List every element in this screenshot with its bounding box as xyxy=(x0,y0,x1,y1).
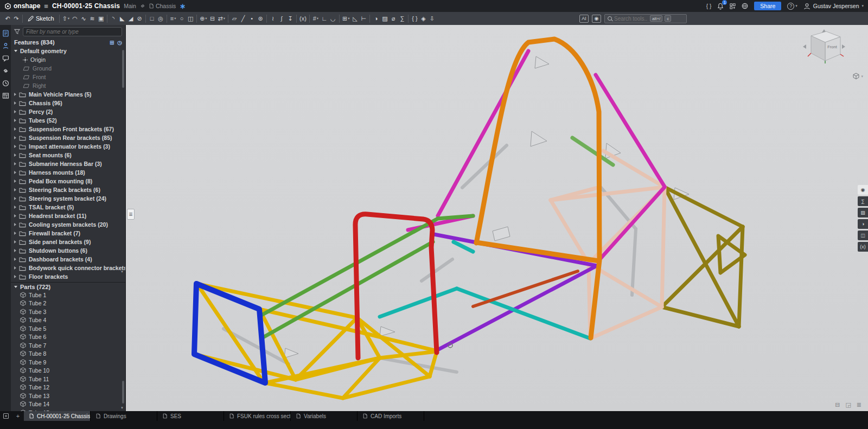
chevron-right-icon[interactable] xyxy=(14,206,16,209)
axis-icon[interactable]: ╱ xyxy=(239,13,247,24)
manage-tabs-icon[interactable] xyxy=(0,411,12,421)
gusset-icon[interactable]: ◺ xyxy=(350,13,359,24)
chevron-right-icon[interactable] xyxy=(14,249,16,252)
default-geometry-row[interactable]: Default geometry xyxy=(11,47,125,55)
comments-icon[interactable] xyxy=(2,55,9,62)
feature-folder-row[interactable]: Cooling system brackets (20) xyxy=(11,220,125,229)
scroll-down-icon[interactable]: ▼ xyxy=(120,406,124,409)
search-tools-box[interactable]: alt+/ c xyxy=(604,14,687,23)
material-icon[interactable]: ▨ xyxy=(380,13,389,24)
parts-scrollbar[interactable] xyxy=(122,381,124,404)
hoop-brace-tubes[interactable] xyxy=(408,51,665,261)
part-row[interactable]: Tube 2 xyxy=(11,299,125,308)
rear-diagonal-tube[interactable] xyxy=(473,271,578,306)
revolve-icon[interactable]: ◠ xyxy=(71,13,79,24)
feature-folder-row[interactable]: Floor brackets xyxy=(11,272,125,281)
user-menu[interactable]: Gustav Jespersen ▾ xyxy=(803,3,864,10)
variables-panel-icon[interactable]: (x) xyxy=(858,242,868,252)
doc-tab-variabels[interactable]: Variabels xyxy=(291,411,358,421)
doc-tab-cad-imports[interactable]: CAD Imports xyxy=(358,411,424,421)
document-outline-icon[interactable] xyxy=(2,30,9,37)
chevron-right-icon[interactable] xyxy=(14,223,16,226)
dev-api-icon[interactable]: { } xyxy=(706,3,711,9)
share-button[interactable]: Share xyxy=(754,2,781,10)
chevron-right-icon[interactable] xyxy=(14,162,16,165)
project-curve-icon[interactable]: ↧ xyxy=(286,13,295,24)
app-store-icon[interactable] xyxy=(730,3,736,9)
part-row[interactable]: Tube 7 xyxy=(11,341,125,350)
chevron-right-icon[interactable] xyxy=(14,266,16,270)
chevron-right-icon[interactable] xyxy=(14,188,16,191)
mass-properties-icon[interactable]: ∑ xyxy=(398,13,406,24)
measure-icon[interactable]: ⌀ xyxy=(389,13,398,24)
onshape-logo[interactable]: onshape xyxy=(4,2,40,10)
display-options-icon[interactable]: ≣ xyxy=(857,401,861,408)
help-menu[interactable]: ? ▾ xyxy=(787,3,797,10)
circular-pattern-icon[interactable]: ○ xyxy=(177,13,186,24)
feature-folder-row[interactable]: Harness mounts (18) xyxy=(11,168,125,177)
doc-tab-fsuk-rules[interactable]: FSUK rules cross section xyxy=(224,411,291,421)
chevron-right-icon[interactable] xyxy=(14,119,16,122)
feature-folder-row[interactable]: Steering Rack brackets (6) xyxy=(11,185,125,194)
chevron-right-icon[interactable] xyxy=(14,171,16,174)
chevron-right-icon[interactable] xyxy=(14,180,16,183)
follow-mode-icon[interactable] xyxy=(2,42,9,49)
chevron-right-icon[interactable] xyxy=(14,136,16,139)
redo-icon[interactable]: ↷ xyxy=(12,13,21,24)
mass-properties-panel-icon[interactable]: ∑ xyxy=(858,196,868,206)
ai-advisor-button[interactable]: AI xyxy=(579,15,589,23)
export-icon[interactable]: ⇩ xyxy=(427,13,436,24)
fillet-icon[interactable]: ◝ xyxy=(109,13,118,24)
front-structure-tubes[interactable] xyxy=(194,284,437,398)
doc-tab-drawings[interactable]: Drawings xyxy=(91,411,157,421)
mate-connector-icon[interactable]: ⊛ xyxy=(256,13,265,24)
boolean-icon[interactable]: ⊕▾ xyxy=(199,13,208,24)
view-cube[interactable]: Front xyxy=(800,28,848,64)
mirror-icon[interactable]: ◫ xyxy=(186,13,195,24)
material-panel-icon[interactable]: ▨ xyxy=(858,208,868,217)
feature-folder-row[interactable]: Side panel brackets (9) xyxy=(11,238,125,246)
fs-script-icon[interactable]: { } xyxy=(410,13,419,24)
notifications-bell-icon[interactable]: 1 xyxy=(717,3,724,10)
right-plane-row[interactable]: Right xyxy=(11,81,125,90)
doc-tab-ses[interactable]: SES xyxy=(157,411,224,421)
trim-icon[interactable]: ⊢ xyxy=(359,13,368,24)
view-options-menu[interactable]: ▾ xyxy=(853,73,863,80)
chevron-right-icon[interactable] xyxy=(14,145,16,148)
create-folder-icon[interactable]: ⊞ xyxy=(110,40,114,46)
gusset-plates[interactable] xyxy=(284,56,689,358)
part-row[interactable]: Tube 10 xyxy=(11,367,125,375)
frame-icon[interactable]: ⊞▾ xyxy=(341,13,350,24)
origin-row[interactable]: Origin xyxy=(11,55,125,64)
part-row[interactable]: Tube 11 xyxy=(11,375,125,383)
feature-folder-row[interactable]: Suspension Rear brackets (85) xyxy=(11,133,125,142)
tables-icon[interactable] xyxy=(2,92,9,99)
rear-box-tubes[interactable] xyxy=(662,187,745,326)
chamfer-icon[interactable]: ◣ xyxy=(118,13,126,24)
capture-icon[interactable]: ◲ xyxy=(845,401,851,408)
chevron-right-icon[interactable] xyxy=(14,153,16,157)
feature-folder-row[interactable]: Submarine Harness Bar (3) xyxy=(11,159,125,168)
transform-icon[interactable]: ⇄▾ xyxy=(217,13,226,24)
feature-folder-row[interactable]: Headrest bracket (11) xyxy=(11,212,125,220)
named-views-icon[interactable]: ◫ xyxy=(858,230,868,240)
branch-link-icon[interactable] xyxy=(140,3,145,9)
extrude-icon[interactable]: ⇧▾ xyxy=(61,13,71,24)
ground-plane-row[interactable]: Ground xyxy=(11,64,125,73)
feature-folder-row[interactable]: Impact attenuator brackets (3) xyxy=(11,142,125,151)
community-globe-icon[interactable] xyxy=(742,3,748,9)
loft-icon[interactable]: ≋ xyxy=(88,13,97,24)
linear-pattern-icon[interactable]: ≡▾ xyxy=(169,13,177,24)
feature-folder-row[interactable]: TSAL bracket (5) xyxy=(11,203,125,212)
thicken-icon[interactable]: ▣ xyxy=(97,13,105,24)
rear-truss-tubes[interactable] xyxy=(551,151,665,338)
parts-section-header[interactable]: Parts (722) xyxy=(11,282,125,291)
feature-folder-row[interactable]: Seat mounts (6) xyxy=(11,151,125,159)
chevron-down-icon[interactable] xyxy=(14,50,17,52)
sweep-icon[interactable]: ∿ xyxy=(79,13,88,24)
workspace-name[interactable]: Main xyxy=(124,3,136,9)
filter-input-box[interactable] xyxy=(23,27,122,36)
front-plane-row[interactable]: Front xyxy=(11,73,125,81)
part-row[interactable]: Tube 9 xyxy=(11,358,125,367)
part-row[interactable]: Tube 12 xyxy=(11,383,125,392)
